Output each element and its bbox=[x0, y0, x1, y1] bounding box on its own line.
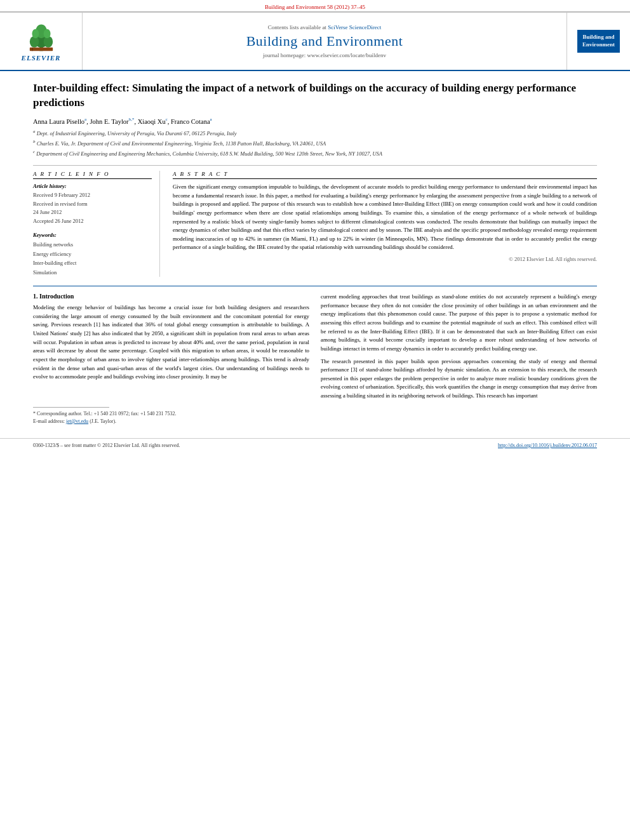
footnote-star: * Corresponding author. Tel.: +1 540 231… bbox=[33, 410, 309, 418]
intro-right-para-2: The research presented in this paper bui… bbox=[321, 357, 597, 401]
intro-heading: 1. Introduction bbox=[33, 293, 309, 300]
keywords-heading: Keywords: bbox=[33, 232, 152, 238]
affiliation-b: b Charles E. Via, Jr. Department of Civi… bbox=[33, 138, 597, 148]
elsevier-name: ELSEVIER bbox=[22, 54, 61, 62]
elsevier-tree-icon bbox=[22, 21, 60, 53]
journal-header-text: Building and Environment 58 (2012) 37–45 bbox=[265, 4, 365, 10]
logo-line2: Environment bbox=[582, 41, 615, 49]
journal-logo-right: Building and Environment bbox=[566, 13, 630, 70]
title-bar: ELSEVIER Contents lists available at Sci… bbox=[0, 12, 630, 71]
keywords-section: Keywords: Building networks Energy effic… bbox=[33, 232, 152, 277]
abstract-text: Given the significant energy consumption… bbox=[173, 183, 597, 252]
article-info-abstract-cols: A R T I C L E I N F O Article history: R… bbox=[33, 171, 597, 277]
body-content: 1. Introduction Modeling the energy beha… bbox=[33, 293, 597, 425]
logo-line1: Building and bbox=[582, 34, 615, 41]
affiliation-a: a Dept. of Industrial Engineering, Unive… bbox=[33, 128, 597, 138]
body-right-col: current modeling approaches that treat b… bbox=[321, 293, 597, 425]
authors-line: Anna Laura Piselloa, John E. Taylorb,*, … bbox=[33, 117, 597, 125]
keyword-3: Inter-building effect bbox=[33, 258, 152, 267]
article-title: Inter-building effect: Simulating the im… bbox=[33, 81, 597, 110]
footnote-area: * Corresponding author. Tel.: +1 540 231… bbox=[33, 407, 309, 425]
keyword-2: Energy efficiency bbox=[33, 250, 152, 258]
footnote-divider bbox=[33, 407, 109, 408]
intro-left-text: Modeling the energy behavior of building… bbox=[33, 303, 309, 382]
intro-right-para-1: current modeling approaches that treat b… bbox=[321, 293, 597, 353]
copyright: © 2012 Elsevier Ltd. All rights reserved… bbox=[173, 256, 597, 262]
history-heading: Article history: bbox=[33, 183, 152, 189]
svg-rect-7 bbox=[29, 48, 52, 51]
svg-rect-8 bbox=[32, 48, 32, 51]
body-divider bbox=[33, 286, 597, 286]
footer-doi[interactable]: http://dx.doi.org/10.1016/j.buildenv.201… bbox=[498, 443, 597, 448]
svg-point-6 bbox=[43, 29, 50, 39]
elsevier-logo-area: ELSEVIER bbox=[0, 13, 83, 70]
svg-point-5 bbox=[32, 29, 39, 39]
journal-homepage: journal homepage: www.elsevier.com/locat… bbox=[263, 52, 386, 58]
journal-header: Building and Environment 58 (2012) 37–45 bbox=[0, 0, 630, 12]
journal-name: Building and Environment bbox=[246, 33, 403, 50]
body-left-col: 1. Introduction Modeling the energy beha… bbox=[33, 293, 309, 425]
keyword-4: Simulation bbox=[33, 268, 152, 277]
footer-bar: 0360-1323/$ – see front matter © 2012 El… bbox=[0, 438, 630, 452]
contents-line: Contents lists available at SciVerse Sci… bbox=[268, 24, 382, 30]
sciversedirect-link[interactable]: SciVerse ScienceDirect bbox=[328, 24, 381, 30]
footnote-email: E-mail address: jet@vt.edu (J.E. Taylor)… bbox=[33, 418, 309, 425]
revised-label: Received in revised form bbox=[33, 200, 152, 209]
intro-para-1: Modeling the energy behavior of building… bbox=[33, 303, 309, 382]
keyword-1: Building networks bbox=[33, 240, 152, 249]
affiliations: a Dept. of Industrial Engineering, Unive… bbox=[33, 128, 597, 157]
footer-issn: 0360-1323/$ – see front matter © 2012 El… bbox=[33, 443, 180, 448]
abstract-col: A B S T R A C T Given the significant en… bbox=[173, 171, 597, 277]
intro-right-text: current modeling approaches that treat b… bbox=[321, 293, 597, 401]
abstract-heading: A B S T R A C T bbox=[173, 171, 597, 179]
affiliation-c: c Department of Civil Engineering and En… bbox=[33, 149, 597, 158]
journal-title-center: Contents lists available at SciVerse Sci… bbox=[83, 13, 566, 70]
received-date: Received 9 February 2012 bbox=[33, 191, 152, 200]
divider-1 bbox=[33, 165, 597, 166]
elsevier-logo: ELSEVIER bbox=[22, 21, 61, 62]
history-items: Received 9 February 2012 Received in rev… bbox=[33, 191, 152, 225]
journal-logo-box: Building and Environment bbox=[577, 30, 620, 52]
revised-date: 24 June 2012 bbox=[33, 208, 152, 217]
article-info-col: A R T I C L E I N F O Article history: R… bbox=[33, 171, 160, 277]
article-info-heading: A R T I C L E I N F O bbox=[33, 171, 152, 179]
article-container: Inter-building effect: Simulating the im… bbox=[0, 71, 630, 438]
email-link[interactable]: jet@vt.edu bbox=[66, 418, 88, 424]
accepted-date: Accepted 26 June 2012 bbox=[33, 217, 152, 226]
